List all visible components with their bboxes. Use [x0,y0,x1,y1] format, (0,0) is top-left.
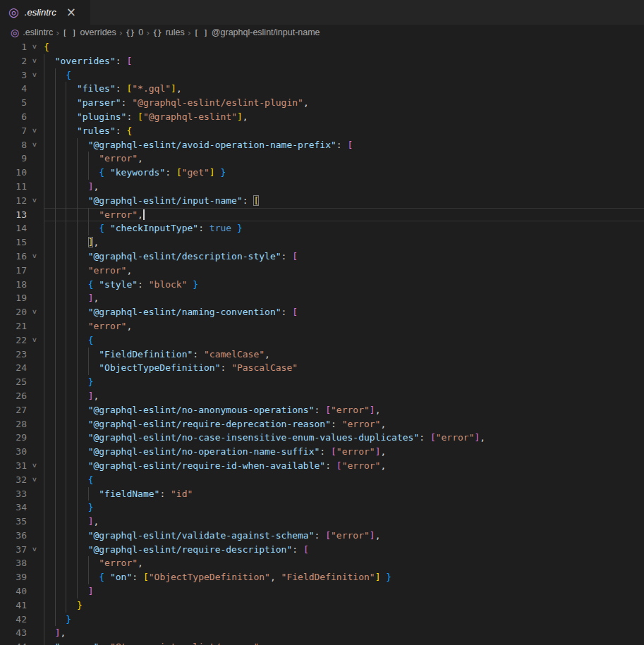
code-line[interactable]: 40 ] [0,584,644,598]
code-content[interactable]: "plugins": ["@graphql-eslint"], [44,110,644,124]
code-content[interactable]: ] [44,584,644,598]
code-content[interactable]: "error", [44,152,644,166]
code-line[interactable]: 10 { "keywords": ["get"] } [0,166,644,180]
code-line[interactable]: 5 "parser": "@graphql-eslint/eslint-plug… [0,96,644,110]
breadcrumb-item[interactable]: ◎.eslintrc [11,27,53,37]
code-content[interactable]: "error", [44,556,644,570]
fold-chevron-icon[interactable]: ∨ [24,473,45,487]
code-line[interactable]: 11 ], [0,180,644,194]
code-line[interactable]: 21 "error", [0,319,644,333]
code-line[interactable]: 12∨ "@graphql-eslint/input-name": [ [0,194,644,208]
code-content[interactable]: "error", [44,319,644,333]
code-line[interactable]: 18 { "style": "block" } [0,278,644,292]
code-content[interactable]: } [44,375,644,389]
fold-chevron-icon[interactable]: ∨ [24,68,45,82]
code-content[interactable]: "parser": "@typescript-eslint/parser", [44,640,644,645]
fold-chevron-icon[interactable]: ∨ [24,138,45,152]
code-content[interactable]: ], [44,180,644,194]
code-line[interactable]: 29 "@graphql-eslint/no-case-insensitive-… [0,431,644,445]
code-content[interactable]: ], [44,515,644,529]
code-line[interactable]: 41 } [0,598,644,613]
code-content[interactable]: "@graphql-eslint/validate-against-schema… [44,529,644,543]
breadcrumb-item[interactable]: [ ]@graphql-eslint/input-name [194,27,320,37]
code-line[interactable]: 37∨ "@graphql-eslint/require-description… [0,543,644,557]
fold-chevron-icon[interactable]: ∨ [24,250,45,264]
code-content[interactable]: "@graphql-eslint/require-id-when-availab… [44,459,644,473]
code-line[interactable]: 17 "error", [0,264,644,278]
code-content[interactable]: } [44,500,644,515]
fold-chevron-icon[interactable]: ∨ [24,305,45,319]
fold-chevron-icon[interactable]: ∨ [24,333,45,348]
code-content[interactable]: "rules": { [44,124,644,138]
code-content[interactable]: "@graphql-eslint/require-deprecation-rea… [44,417,644,431]
code-content[interactable]: "@graphql-eslint/avoid-operation-name-pr… [44,138,644,152]
code-line[interactable]: 26 ], [0,389,644,403]
fold-chevron-icon[interactable]: ∨ [24,124,45,138]
code-line[interactable]: 16∨ "@graphql-eslint/description-style":… [0,250,644,264]
code-content[interactable]: "FieldDefinition": "camelCase", [44,348,644,362]
code-line[interactable]: 14 { "checkInputType": true } [0,221,644,235]
code-content[interactable]: "@graphql-eslint/no-case-insensitive-enu… [44,431,644,445]
code-line[interactable]: 36 "@graphql-eslint/validate-against-sch… [0,529,644,543]
code-line[interactable]: 43 ], [0,626,644,640]
code-line[interactable]: 8∨ "@graphql-eslint/avoid-operation-name… [0,138,644,152]
breadcrumb-item[interactable]: {}0 [126,27,143,37]
code-content[interactable]: { "keywords": ["get"] } [44,166,644,180]
breadcrumb-item[interactable]: [ ]overrides [63,27,116,37]
code-line[interactable]: 6 "plugins": ["@graphql-eslint"], [0,110,644,124]
code-line[interactable]: 38 "error", [0,556,644,570]
code-line[interactable]: 20∨ "@graphql-eslint/naming-convention":… [0,305,644,319]
fold-chevron-icon[interactable]: ∨ [24,54,45,68]
breadcrumb-item[interactable]: {}rules [152,27,184,37]
code-line[interactable]: 32∨ { [0,473,644,487]
code-line[interactable]: 33 "fieldName": "id" [0,487,644,501]
code-content[interactable]: "parser": "@graphql-eslint/eslint-plugin… [44,96,644,110]
code-line[interactable]: 44 "parser": "@typescript-eslint/parser"… [0,640,644,645]
editor[interactable]: 1∨{2∨ "overrides": [3∨ {4 "files": ["*.g… [0,40,644,645]
code-line[interactable]: 22∨ { [0,333,644,348]
close-icon[interactable]: × [66,6,76,18]
code-content[interactable]: "@graphql-eslint/no-anonymous-operations… [44,403,644,417]
code-line[interactable]: 42 } [0,613,644,627]
code-content[interactable]: "fieldName": "id" [44,487,644,501]
code-content[interactable]: { [44,473,644,487]
code-content[interactable]: { "checkInputType": true } [44,221,644,235]
code-content[interactable]: "ObjectTypeDefinition": "PascalCase" [44,361,644,375]
code-line[interactable]: 15 ], [0,235,644,250]
code-content[interactable]: } [44,613,644,627]
code-content[interactable]: ], [44,389,644,403]
code-content[interactable]: ], [44,626,644,640]
code-content[interactable]: "overrides": [ [44,54,644,68]
code-line[interactable]: 35 ], [0,515,644,529]
code-content[interactable]: { [44,40,644,54]
code-line[interactable]: 39 { "on": ["ObjectTypeDefinition", "Fie… [0,570,644,584]
code-content[interactable]: ], [44,291,644,305]
code-content[interactable]: { "style": "block" } [44,278,644,292]
code-line[interactable]: 31∨ "@graphql-eslint/require-id-when-ava… [0,459,644,473]
code-line[interactable]: 7∨ "rules": { [0,124,644,138]
tab-eslintrc[interactable]: ◎ .eslintrc × [0,0,90,25]
code-content[interactable]: { [44,333,644,348]
code-line[interactable]: 25 } [0,375,644,389]
code-content[interactable]: "files": ["*.gql"], [44,82,644,96]
code-content[interactable]: "error", [44,208,644,222]
code-content[interactable]: } [44,598,644,613]
code-content[interactable]: ], [44,235,644,250]
code-line[interactable]: 34 } [0,500,644,515]
code-content[interactable]: { "on": ["ObjectTypeDefinition", "FieldD… [44,570,644,584]
code-line[interactable]: 27 "@graphql-eslint/no-anonymous-operati… [0,403,644,417]
fold-chevron-icon[interactable]: ∨ [24,459,45,473]
code-line[interactable]: 28 "@graphql-eslint/require-deprecation-… [0,417,644,431]
code-line[interactable]: 13 "error", [0,208,644,222]
code-content[interactable]: "error", [44,264,644,278]
code-line[interactable]: 24 "ObjectTypeDefinition": "PascalCase" [0,361,644,375]
fold-chevron-icon[interactable]: ∨ [24,40,45,54]
code-content[interactable]: "@graphql-eslint/input-name": [ [44,194,644,208]
code-line[interactable]: 30 "@graphql-eslint/no-operation-name-su… [0,445,644,459]
code-line[interactable]: 2∨ "overrides": [ [0,54,644,68]
code-content[interactable]: "@graphql-eslint/no-operation-name-suffi… [44,445,644,459]
code-line[interactable]: 19 ], [0,291,644,305]
code-line[interactable]: 3∨ { [0,68,644,82]
code-line[interactable]: 23 "FieldDefinition": "camelCase", [0,348,644,362]
code-content[interactable]: "@graphql-eslint/naming-convention": [ [44,305,644,319]
